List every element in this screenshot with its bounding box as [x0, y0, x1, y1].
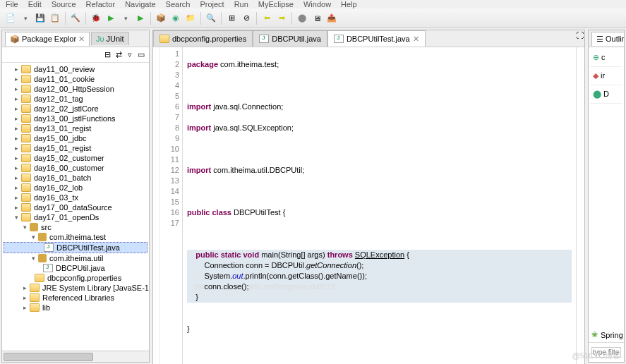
collapse-all-button[interactable]: ⊟: [102, 50, 112, 60]
tree-item[interactable]: ▸day12_01_tag: [4, 94, 148, 104]
new-package-button[interactable]: 📦: [155, 12, 167, 25]
tree-item[interactable]: ▸day16_02_lob: [4, 183, 148, 193]
tree-item[interactable]: DBCPUtilTest.java: [4, 242, 148, 253]
search-button[interactable]: 🔍: [205, 12, 217, 25]
save-button[interactable]: 💾: [34, 12, 47, 25]
expand-icon[interactable]: ▸: [23, 294, 27, 301]
quick-access-c[interactable]: ⊕ c: [590, 49, 622, 67]
build-button[interactable]: 🔨: [69, 12, 82, 25]
expand-icon[interactable]: ▸: [15, 184, 18, 191]
menu-item[interactable]: Run: [234, 0, 248, 8]
expand-icon[interactable]: ▸: [15, 75, 18, 83]
expand-icon[interactable]: ▾: [23, 224, 27, 231]
overview-ruler[interactable]: [576, 47, 584, 364]
tree-item[interactable]: dbcpconfig.properties: [4, 273, 148, 283]
minimize-button[interactable]: ▭: [136, 50, 146, 60]
tree-item[interactable]: ▸day16_01_batch: [4, 173, 148, 183]
expand-icon[interactable]: ▸: [15, 174, 18, 181]
menu-item[interactable]: File: [6, 0, 18, 8]
tree-item[interactable]: ▾com.itheima.test: [4, 232, 148, 242]
debug-button[interactable]: 🐞: [90, 12, 102, 25]
link-editor-button[interactable]: ⇄: [114, 50, 124, 60]
expand-icon[interactable]: ▾: [15, 214, 18, 221]
tree-item[interactable]: ▸day16_03_tx: [4, 193, 148, 202]
tree-item[interactable]: ▸day17_00_dataSource: [4, 202, 148, 212]
tree-item[interactable]: ▸day12_02_jstlCore: [4, 104, 148, 114]
new-dropdown[interactable]: ▾: [19, 12, 32, 25]
tree-item[interactable]: ▸day15_00_jdbc: [4, 133, 148, 143]
editor-tab[interactable]: DBCPUtilTest.java✕: [327, 30, 426, 47]
menu-item[interactable]: Navigate: [125, 0, 155, 8]
expand-icon[interactable]: ▸: [15, 115, 18, 122]
toggle-button[interactable]: ⊞: [225, 12, 238, 25]
expand-icon[interactable]: ▸: [15, 145, 18, 152]
package-tree[interactable]: ▸day11_00_review▸day11_01_cookie▸day12_0…: [2, 63, 149, 351]
expand-icon[interactable]: ▸: [23, 284, 27, 291]
expand-icon[interactable]: ▸: [15, 66, 18, 73]
close-icon[interactable]: ✕: [78, 35, 85, 44]
spring-tab[interactable]: ❀Spring: [589, 327, 624, 343]
expand-icon[interactable]: ▸: [15, 85, 18, 92]
junit-tab[interactable]: Jυ JUnit: [91, 32, 129, 45]
tree-item[interactable]: ▸day15_02_customer: [4, 153, 148, 163]
package-explorer-tab[interactable]: 📦 Package Explor ✕: [5, 32, 90, 46]
view-menu-button[interactable]: ▿: [125, 50, 135, 60]
code-area[interactable]: package com.itheima.test; import java.sq…: [183, 47, 576, 364]
editor-tab[interactable]: DBCPUtil.java: [253, 30, 327, 47]
menu-item[interactable]: Search: [166, 0, 191, 8]
tree-item[interactable]: ▸Referenced Libraries: [4, 293, 148, 303]
expand-icon[interactable]: ▸: [15, 95, 18, 102]
menu-item[interactable]: MyEclipse: [258, 0, 294, 8]
tree-item[interactable]: ▾src: [4, 222, 148, 232]
expand-icon[interactable]: ▾: [32, 233, 35, 241]
tree-item[interactable]: ▸day13_00_jstlFunctions: [4, 114, 148, 123]
menu-item[interactable]: Project: [200, 0, 224, 8]
expand-icon[interactable]: ▸: [15, 125, 18, 132]
tree-item[interactable]: ▸lib: [4, 303, 148, 313]
tree-item[interactable]: ▸day11_00_review: [4, 64, 148, 74]
scrollbar-horizontal[interactable]: [2, 351, 149, 362]
menu-item[interactable]: Edit: [28, 0, 42, 8]
run-dropdown[interactable]: ▾: [119, 12, 132, 25]
menu-item[interactable]: Window: [303, 0, 331, 8]
tree-item[interactable]: ▸day15_01_regist: [4, 143, 148, 153]
tree-label: DBCPUtil.java: [56, 264, 105, 272]
expand-icon[interactable]: ▾: [32, 255, 35, 262]
tree-item[interactable]: ▸JRE System Library [JavaSE-1.6]: [4, 283, 148, 293]
new-class-button[interactable]: ◉: [169, 12, 182, 25]
editor-tab[interactable]: dbcpconfig.properties: [153, 30, 253, 47]
expand-icon[interactable]: ▸: [15, 135, 18, 142]
expand-icon[interactable]: ▸: [15, 204, 18, 211]
expand-icon[interactable]: ▸: [15, 194, 18, 201]
myeclipse-button[interactable]: ⬤: [296, 12, 308, 25]
tree-item[interactable]: ▸day13_01_regist: [4, 123, 148, 133]
tree-item[interactable]: ▸day16_00_customer: [4, 163, 148, 173]
menu-item[interactable]: Help: [341, 0, 357, 8]
close-icon[interactable]: ✕: [413, 35, 419, 44]
tree-item[interactable]: ▾day17_01_openDs: [4, 212, 148, 222]
menu-item[interactable]: Source: [52, 0, 76, 8]
forward-button[interactable]: ➡: [275, 12, 288, 25]
tree-item[interactable]: ▾com.itheima.util: [4, 253, 148, 263]
expand-icon[interactable]: ▸: [23, 304, 27, 311]
quick-access-ir[interactable]: ◆ ir: [590, 67, 622, 85]
new-button[interactable]: 📄: [4, 12, 17, 25]
maximize-button[interactable]: ⛶: [574, 30, 584, 40]
quick-access-d[interactable]: ⬤ D: [590, 85, 622, 104]
external-button[interactable]: ▶: [134, 12, 147, 25]
expand-icon[interactable]: ▸: [15, 164, 18, 171]
new-folder-button[interactable]: 📁: [184, 12, 197, 25]
run-button[interactable]: ▶: [104, 12, 117, 25]
save-all-button[interactable]: 📋: [49, 12, 61, 25]
expand-icon[interactable]: ▸: [15, 105, 18, 112]
back-button[interactable]: ⬅: [260, 12, 273, 25]
server-button[interactable]: 🖥: [311, 12, 323, 25]
tree-item[interactable]: ▸day11_01_cookie: [4, 74, 148, 84]
expand-icon[interactable]: ▸: [15, 154, 18, 162]
tree-item[interactable]: DBCPUtil.java: [4, 263, 148, 273]
tree-item[interactable]: ▸day12_00_HttpSession: [4, 84, 148, 94]
menu-item[interactable]: Refactor: [86, 0, 116, 8]
deploy-button[interactable]: 📤: [325, 12, 338, 25]
annotation-button[interactable]: ⊘: [240, 12, 253, 25]
outline-tab[interactable]: ☰Outline: [591, 32, 625, 46]
